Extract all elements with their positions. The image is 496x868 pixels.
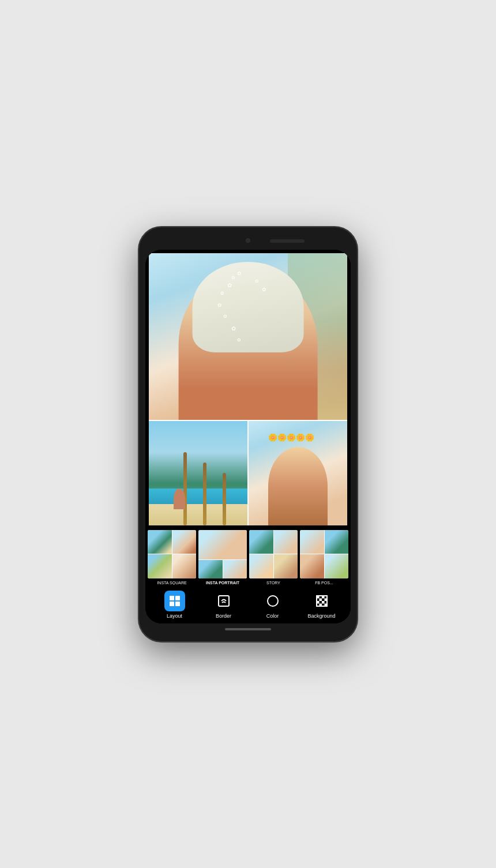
collage-bottom-right-photo[interactable]: 🌼🌼🌼🌼🌼: [249, 421, 347, 525]
f1: [300, 530, 324, 554]
layout-icon-container: [164, 591, 185, 611]
palm-trunk-1: [183, 452, 187, 525]
f3: [300, 554, 324, 578]
thumb-label-fb-post: FB POS...: [300, 581, 348, 585]
layout-label: Layout: [167, 613, 182, 619]
svg-rect-0: [170, 596, 174, 600]
collage-area: ✿ ✿ ✿ ✿ ✿ ✿ ✿ ✿ ✿ ✿: [149, 253, 347, 525]
hair-element: [193, 262, 304, 352]
sand-strip: [149, 504, 247, 525]
bottom-toolbar: Layout Border: [145, 587, 351, 623]
s3: [249, 554, 273, 578]
svg-rect-8: [322, 596, 325, 599]
phone-top-bar: [145, 234, 351, 250]
s4: [274, 554, 298, 578]
svg-rect-3: [175, 602, 180, 606]
svg-rect-7: [317, 596, 320, 599]
border-label: Border: [216, 613, 231, 619]
collage-top-photo[interactable]: ✿ ✿ ✿ ✿ ✿ ✿ ✿ ✿ ✿ ✿: [149, 253, 347, 420]
color-label: Color: [266, 613, 279, 619]
layout-icon: [168, 594, 182, 608]
tool-background[interactable]: Background: [297, 591, 346, 619]
svg-rect-1: [175, 596, 180, 600]
main-portrait-image: ✿ ✿ ✿ ✿ ✿ ✿ ✿ ✿ ✿ ✿: [149, 253, 347, 420]
phone-speaker: [270, 239, 305, 243]
border-icon: [217, 594, 231, 608]
thumbnail-insta-portrait[interactable]: INSTA PORTRAIT: [198, 530, 247, 585]
svg-rect-4: [219, 596, 229, 606]
phone-camera: [246, 238, 250, 243]
person-figure: [179, 269, 318, 419]
background-icon-container: [311, 591, 332, 611]
s1: [249, 530, 273, 554]
thumb-img-insta-square: [148, 530, 196, 578]
tool-color[interactable]: Color: [248, 591, 297, 619]
mini-cell-2: [172, 530, 197, 554]
mini-cell-1: [148, 530, 172, 554]
thumb-label-insta-portrait: INSTA PORTRAIT: [198, 581, 247, 585]
home-indicator: [225, 628, 271, 630]
mini-cell-4: [172, 554, 197, 578]
small-figure: [174, 489, 186, 509]
s2: [274, 530, 298, 554]
screen-content: ✿ ✿ ✿ ✿ ✿ ✿ ✿ ✿ ✿ ✿: [145, 250, 351, 623]
palm-scene: [149, 421, 247, 525]
mini-collage-1: [148, 530, 196, 578]
svg-rect-14: [324, 603, 327, 606]
thumbnail-story[interactable]: STORY: [249, 530, 298, 585]
mini-br: [223, 560, 247, 578]
svg-rect-9: [319, 598, 322, 601]
phone-screen: ✿ ✿ ✿ ✿ ✿ ✿ ✿ ✿ ✿ ✿: [145, 250, 351, 623]
girl-figure-right: [268, 447, 328, 525]
mini-top-portrait: [198, 530, 247, 559]
svg-rect-12: [322, 601, 325, 604]
svg-rect-13: [319, 603, 322, 606]
border-icon-container: [213, 591, 234, 611]
svg-rect-2: [170, 602, 174, 606]
svg-rect-10: [324, 598, 327, 601]
phone-device: ✿ ✿ ✿ ✿ ✿ ✿ ✿ ✿ ✿ ✿: [138, 227, 358, 642]
color-icon: [266, 594, 280, 608]
thumb-label-insta-square: INSTA SQUARE: [148, 581, 196, 585]
thumb-img-insta-portrait: [198, 530, 247, 578]
palm-trunk-3: [223, 473, 226, 525]
flower-crown: 🌼🌼🌼🌼🌼: [268, 433, 314, 442]
collage-bottom-row: 🌼🌼🌼🌼🌼: [149, 420, 347, 525]
f4: [325, 554, 349, 578]
mini-cell-3: [148, 554, 172, 578]
background-label: Background: [307, 613, 335, 619]
collage-bottom-left-photo[interactable]: [149, 421, 249, 525]
thumbnail-insta-square[interactable]: INSTA SQUARE: [148, 530, 196, 585]
thumbnails-strip: INSTA SQUARE INSTA PORTRAIT: [145, 525, 351, 587]
f2: [325, 530, 349, 554]
thumb-img-story: [249, 530, 298, 578]
background-icon: [315, 594, 329, 608]
thumb-label-story: STORY: [249, 581, 298, 585]
tool-layout[interactable]: Layout: [150, 591, 199, 619]
palm-trunk-2: [203, 463, 206, 525]
tool-border[interactable]: Border: [199, 591, 248, 619]
phone-bottom-bar: [145, 623, 351, 635]
mini-bl: [198, 560, 223, 578]
color-icon-container: [262, 591, 283, 611]
thumbnail-fb-post[interactable]: FB POS...: [300, 530, 348, 585]
mini-bottom-row: [198, 560, 247, 578]
svg-point-5: [268, 596, 278, 606]
thumb-img-fb-post: [300, 530, 348, 578]
svg-rect-11: [317, 601, 320, 604]
